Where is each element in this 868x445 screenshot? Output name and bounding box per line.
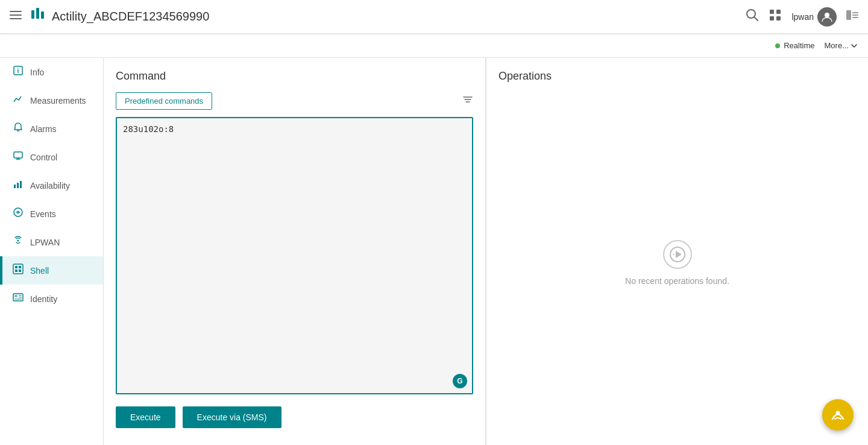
header: Actility_ABCDEF1234569990 lpwan	[0, 0, 868, 34]
sidebar-item-availability[interactable]: Availability	[0, 171, 103, 200]
svg-point-27	[17, 212, 19, 213]
content-panels: Command Predefined commands 283u102o:8 G	[104, 58, 868, 445]
sidebar-item-lpwan-label: LPWAN	[30, 238, 60, 247]
command-input[interactable]: 283u102o:8	[116, 117, 473, 394]
info-icon: i	[12, 65, 24, 79]
execute-button[interactable]: Execute	[116, 406, 175, 428]
identity-icon	[12, 292, 24, 306]
operations-empty-state: No recent operations found.	[498, 92, 856, 433]
avatar	[817, 7, 837, 27]
svg-rect-1	[10, 14, 22, 16]
realtime-indicator: Realtime	[775, 41, 814, 50]
header-logo: Actility_ABCDEF1234569990	[29, 5, 209, 28]
realtime-label: Realtime	[784, 41, 814, 50]
username-label: lpwan	[791, 12, 814, 22]
header-right: lpwan	[746, 7, 858, 27]
svg-marker-44	[676, 251, 682, 258]
operations-empty-icon	[663, 240, 692, 269]
svg-rect-2	[10, 18, 22, 19]
execute-sms-button[interactable]: Execute via (SMS)	[183, 406, 281, 428]
user-menu[interactable]: lpwan	[791, 7, 837, 27]
svg-rect-14	[852, 12, 858, 13]
sidebar-item-info[interactable]: i Info	[0, 58, 103, 86]
grammarly-icon: G	[453, 374, 467, 388]
svg-rect-31	[15, 266, 17, 268]
sidebar-item-shell[interactable]: Shell	[0, 256, 103, 285]
svg-rect-30	[13, 264, 23, 274]
menu-icon[interactable]	[10, 9, 22, 24]
app-title: Actility_ABCDEF1234569990	[52, 10, 209, 24]
sidebar-item-measurements[interactable]: Measurements	[0, 86, 103, 115]
shell-icon	[12, 264, 24, 277]
svg-rect-9	[776, 10, 781, 14]
sidebar-item-control[interactable]: Control	[0, 143, 103, 171]
svg-rect-25	[20, 181, 22, 188]
svg-rect-34	[19, 270, 21, 272]
predefined-commands-button[interactable]: Predefined commands	[116, 92, 212, 110]
svg-rect-5	[41, 11, 44, 19]
svg-point-46	[836, 411, 840, 415]
search-icon[interactable]	[746, 8, 759, 25]
svg-point-29	[17, 240, 19, 242]
svg-rect-13	[846, 10, 851, 20]
svg-rect-0	[10, 11, 22, 12]
sidebar-item-measurements-label: Measurements	[30, 96, 86, 106]
command-panel: Command Predefined commands 283u102o:8 G	[104, 58, 486, 445]
svg-line-7	[754, 17, 758, 21]
svg-rect-8	[770, 10, 774, 14]
svg-rect-20	[14, 152, 22, 158]
svg-rect-15	[852, 14, 858, 16]
operations-panel-title: Operations	[498, 70, 856, 83]
control-icon	[12, 150, 24, 164]
realtime-dot	[775, 43, 780, 48]
sidebar-item-lpwan[interactable]: LPWAN	[0, 228, 103, 256]
svg-rect-23	[14, 185, 16, 188]
svg-rect-33	[15, 270, 17, 272]
command-panel-title: Command	[116, 70, 473, 83]
sidebar-item-alarms[interactable]: Alarms	[0, 115, 103, 143]
events-icon	[12, 207, 24, 221]
main-content: Command Predefined commands 283u102o:8 G	[104, 58, 868, 445]
lpwan-icon	[12, 235, 24, 249]
sidebar-item-events[interactable]: Events	[0, 200, 103, 228]
layout: i Info Measurements Alarms	[0, 58, 868, 445]
sidebar-item-shell-label: Shell	[30, 266, 49, 276]
grid-icon[interactable]	[769, 8, 782, 25]
sidebar-item-control-label: Control	[30, 153, 57, 162]
sidebar-item-info-label: Info	[30, 68, 44, 77]
svg-rect-10	[770, 16, 774, 21]
sidebar-item-alarms-label: Alarms	[30, 124, 57, 134]
filter-icon[interactable]	[462, 94, 473, 108]
command-actions: Execute Execute via (SMS)	[116, 404, 473, 433]
svg-rect-3	[31, 10, 34, 19]
sidebar-item-events-label: Events	[30, 209, 56, 219]
svg-rect-16	[852, 17, 858, 18]
sidebar: i Info Measurements Alarms	[0, 58, 104, 445]
svg-rect-36	[14, 295, 17, 297]
svg-rect-32	[19, 266, 21, 268]
command-toolbar: Predefined commands	[116, 92, 473, 110]
more-label: More...	[825, 41, 849, 50]
alarms-icon	[12, 122, 24, 136]
sidebar-item-identity-label: Identity	[30, 294, 57, 304]
operations-empty-text: No recent operations found.	[625, 276, 729, 286]
availability-icon	[12, 178, 24, 192]
sidebar-toggle-icon[interactable]	[846, 9, 858, 24]
sidebar-item-availability-label: Availability	[30, 181, 70, 191]
textarea-wrapper: 283u102o:8 G	[116, 117, 473, 394]
svg-point-12	[825, 13, 829, 17]
operations-panel: Operations No recent operations found.	[486, 58, 868, 445]
svg-rect-4	[36, 8, 39, 19]
header-left: Actility_ABCDEF1234569990	[10, 5, 209, 28]
measurements-icon	[12, 93, 24, 107]
sidebar-item-identity[interactable]: Identity	[0, 285, 103, 313]
sub-header: Realtime More...	[0, 34, 868, 58]
logo-icon	[29, 5, 47, 28]
more-dropdown[interactable]: More...	[825, 41, 858, 50]
svg-text:i: i	[17, 68, 19, 74]
help-fab[interactable]	[822, 399, 854, 431]
svg-rect-11	[776, 16, 781, 21]
svg-rect-24	[17, 183, 19, 188]
